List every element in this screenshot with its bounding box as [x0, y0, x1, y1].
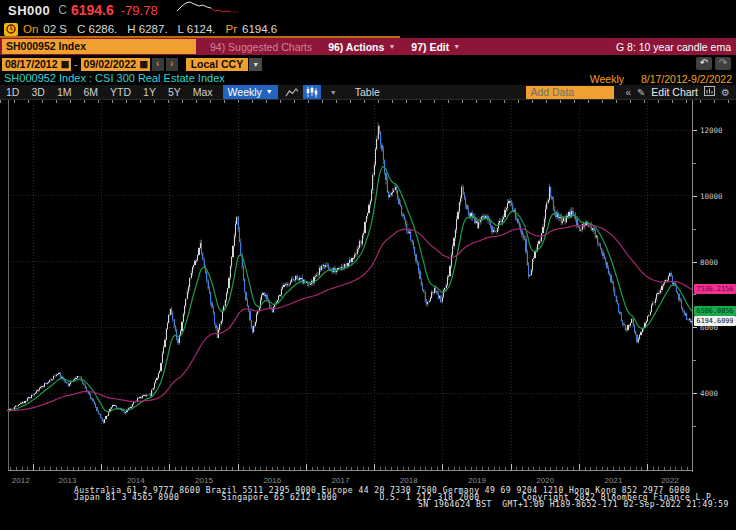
security-input[interactable]: SH000952 Index — [2, 39, 196, 54]
x-axis-year-2019: 2019 — [468, 476, 486, 485]
chevron-down-icon: ▼ — [388, 43, 395, 50]
currency-select[interactable]: Local CCY — [186, 58, 249, 71]
end-date-input[interactable]: 09/02/2022 ▦ — [81, 58, 150, 71]
frequency-label: Weekly — [228, 85, 262, 99]
y-axis-label-8000: 8000 — [700, 258, 718, 267]
period-ytd[interactable]: YTD — [110, 86, 131, 98]
bloomberg-terminal-window: SH000 C 6194.6 -79.78 On 02 S C 6286. H … — [0, 0, 736, 530]
chevron-down-icon: ▼ — [266, 85, 273, 99]
pencil-icon[interactable]: ✎ — [637, 87, 645, 98]
x-axis-year-2020: 2020 — [536, 476, 554, 485]
session-label: On — [23, 23, 38, 35]
line-chart-icon[interactable] — [283, 85, 301, 99]
price-glyph: C — [58, 3, 67, 17]
suggested-charts-button[interactable]: 94) Suggested Charts — [210, 41, 312, 53]
date-range-bar: 08/17/2012 ▦ - 09/02/2022 ▦ ‹ › Local CC… — [0, 56, 736, 72]
chart-settings-icon[interactable] — [704, 86, 715, 98]
chart-type-dropdown[interactable]: ▼ — [330, 89, 337, 96]
y-axis-tick — [693, 229, 696, 230]
clock-icon — [4, 23, 18, 36]
candle-chart-icon[interactable] — [303, 85, 321, 99]
y-axis-label-4000: 4000 — [700, 389, 718, 398]
x-axis-year-2022: 2022 — [661, 476, 679, 485]
table-button[interactable]: Table — [355, 86, 380, 98]
footer-session-info: SN 1964624 BST GMT+1:00 H189-8652-171 02… — [418, 501, 736, 508]
frequency-dropdown[interactable]: Weekly ▼ — [223, 85, 278, 99]
y-axis-tick — [693, 360, 696, 361]
open-value: C 6286. — [77, 23, 117, 35]
edit-menu[interactable]: 97) Edit ▼ — [411, 41, 460, 53]
range-back-button[interactable]: ‹ — [152, 58, 164, 71]
chart-template-name: G 8: 10 year candle ema — [616, 41, 731, 53]
low-value: L 6124. — [178, 23, 216, 35]
period-max[interactable]: Max — [193, 86, 213, 98]
high-value: H 6287. — [127, 23, 167, 35]
collapse-icon[interactable]: « — [625, 87, 631, 98]
y-axis-tick — [693, 294, 696, 295]
x-axis-year-2015: 2015 — [195, 476, 213, 485]
period-1m[interactable]: 1M — [57, 86, 72, 98]
ema-short-price-tag: 6506.0856 — [694, 306, 736, 316]
y-axis-tick — [693, 163, 696, 164]
price-chart[interactable]: 2012201320142015201620172018201920202021… — [0, 100, 692, 492]
calendar-icon[interactable]: ▦ — [139, 58, 148, 71]
undo-button[interactable]: ↶ — [696, 57, 712, 70]
y-axis-tick — [693, 262, 697, 263]
chevron-down-icon[interactable]: ▼ — [249, 58, 262, 71]
prev-label: Pr — [226, 23, 238, 35]
prev-value: 6194.6 — [242, 23, 277, 35]
add-data-input[interactable]: Add Data — [526, 86, 614, 99]
chart-toolbar: 1D3D1M6MYTD1Y5YMax Weekly ▼ ▼ Table Add … — [0, 85, 736, 99]
chevron-down-icon: ▼ — [453, 43, 460, 50]
price-change: -79.78 — [121, 3, 158, 18]
period-3d[interactable]: 3D — [31, 86, 44, 98]
x-axis-year-2017: 2017 — [332, 476, 350, 485]
redo-button[interactable]: ↷ — [715, 57, 731, 70]
x-axis-year-2014: 2014 — [127, 476, 145, 485]
y-axis-tick — [693, 393, 697, 394]
y-axis-label-12000: 12000 — [700, 126, 723, 135]
x-axis-year-2021: 2021 — [605, 476, 623, 485]
chart-header: SH000952 Index : CSI 300 Real Estate Ind… — [0, 72, 736, 84]
start-date-value: 08/17/2012 — [5, 58, 58, 71]
chart-title: SH000952 Index : CSI 300 Real Estate Ind… — [4, 72, 225, 84]
period-5y[interactable]: 5Y — [168, 86, 181, 98]
actions-label: 96) Actions — [328, 41, 384, 53]
y-axis-tick — [693, 196, 697, 197]
chart-date-range: 8/17/2012-9/2/2022 — [641, 73, 732, 85]
period-1d[interactable]: 1D — [6, 86, 19, 98]
range-forward-button[interactable]: › — [166, 58, 178, 71]
start-date-input[interactable]: 08/17/2012 ▦ — [2, 58, 71, 71]
command-bar: SH000952 Index 94) Suggested Charts 96) … — [0, 38, 736, 55]
y-axis-tick — [693, 130, 697, 131]
last-price-tag: 6194.6099 — [694, 316, 736, 326]
period-1y[interactable]: 1Y — [143, 86, 156, 98]
date-separator: - — [74, 58, 78, 70]
y-axis-label-10000: 10000 — [700, 192, 723, 201]
x-axis-year-2016: 2016 — [263, 476, 281, 485]
y-axis-tick — [693, 426, 696, 427]
terminal-footer: Australia 61 2 9777 8600 Brazil 5511 239… — [0, 487, 736, 508]
x-axis-year-2012: 2012 — [12, 476, 30, 485]
ticker-symbol: SH000 — [8, 3, 50, 18]
end-date-value: 09/02/2022 — [84, 58, 137, 71]
edit-chart-button[interactable]: Edit Chart — [651, 86, 698, 98]
security-title-bar: SH000 C 6194.6 -79.78 — [0, 0, 736, 20]
last-price: 6194.6 — [71, 2, 114, 18]
ema-long-price-tag: 7536.2156 — [694, 284, 736, 294]
x-axis-year-2013: 2013 — [59, 476, 77, 485]
edit-label: 97) Edit — [411, 41, 449, 53]
period-6m[interactable]: 6M — [83, 86, 98, 98]
intraday-sparkline — [176, 0, 248, 20]
x-axis-year-2018: 2018 — [400, 476, 418, 485]
calendar-icon[interactable]: ▦ — [61, 58, 70, 71]
gear-icon[interactable]: ⚙ — [721, 87, 730, 98]
session-value: 02 S — [43, 23, 67, 35]
y-axis-tick — [693, 327, 697, 328]
actions-menu[interactable]: 96) Actions ▼ — [328, 41, 395, 53]
chart-frequency: Weekly — [590, 73, 624, 85]
price-axis[interactable]: 40006000800010000120007536.21566506.0856… — [692, 100, 736, 472]
quote-row: On 02 S C 6286. H 6287. L 6124. Pr 6194.… — [0, 21, 736, 37]
